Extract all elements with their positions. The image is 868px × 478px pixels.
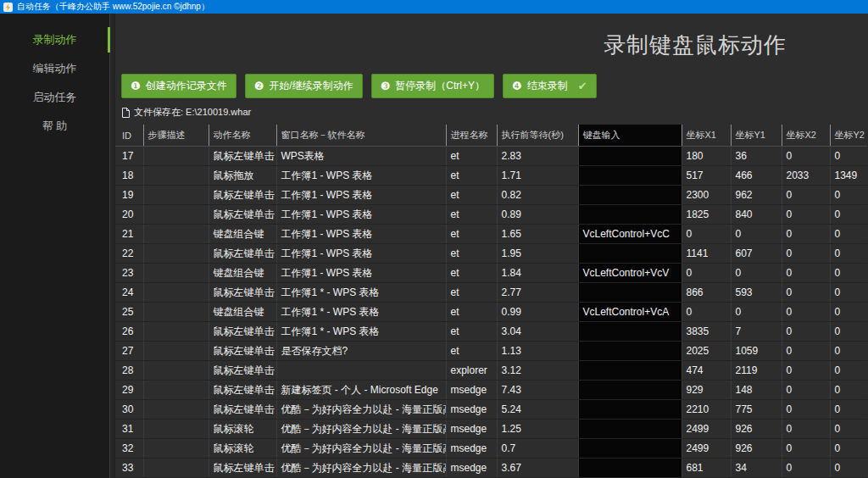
table-column-header[interactable]: 步骤描述 bbox=[143, 125, 209, 147]
table-cell: 2033 bbox=[782, 166, 830, 186]
table-cell: 0 bbox=[782, 400, 830, 420]
table-cell: 工作簿1 - WPS 表格 bbox=[276, 166, 446, 186]
table-cell: 0 bbox=[782, 186, 830, 205]
table-column-header[interactable]: 窗口名称－软件名称 bbox=[276, 125, 446, 147]
table-cell: 工作簿1 - WPS 表格 bbox=[276, 244, 446, 264]
table-cell: 鼠标左键单击 bbox=[209, 342, 276, 361]
table-cell: 1059 bbox=[731, 342, 782, 361]
table-column-header[interactable]: 执行前等待(秒) bbox=[497, 125, 578, 147]
table-row[interactable]: 23键盘组合键工作簿1 - WPS 表格et1.84VcLeftControl+… bbox=[115, 264, 867, 283]
create-record-file-button[interactable]: ❶ 创建动作记录文件 bbox=[121, 74, 236, 98]
pause-record-button[interactable]: ❸ 暂停录制（Ctrl+Y） bbox=[371, 74, 494, 98]
table-cell: 19 bbox=[115, 186, 143, 205]
button-label: 暂停录制（Ctrl+Y） bbox=[395, 79, 485, 93]
table-cell: 是否保存文档? bbox=[276, 342, 446, 361]
table-cell bbox=[276, 361, 446, 381]
table-cell: 0.7 bbox=[497, 439, 578, 459]
table-cell: et bbox=[446, 244, 497, 264]
table-row[interactable]: 29鼠标左键单击新建标签页 - 个人 - Microsoft Edgemsedg… bbox=[115, 381, 867, 400]
table-column-header[interactable]: 坐标X2 bbox=[782, 125, 830, 147]
table-cell: 鼠标左键单击 bbox=[209, 186, 276, 205]
table-cell: 607 bbox=[731, 244, 782, 264]
table-cell bbox=[578, 205, 682, 225]
table-cell: et bbox=[446, 342, 497, 361]
table-row[interactable]: 21键盘组合键工作簿1 - WPS 表格et1.65VcLeftControl+… bbox=[115, 225, 867, 244]
table-cell: 优酷－为好内容全力以赴 - 海量正版高 bbox=[276, 459, 446, 478]
titlebar: 自动任务（千峰办公助手 www.52pojie.cn ©jdhnp） bbox=[0, 0, 868, 14]
table-cell bbox=[578, 439, 682, 459]
table-row[interactable]: 31鼠标滚轮优酷－为好内容全力以赴 - 海量正版高msedge1.2524999… bbox=[115, 420, 867, 439]
table-cell: 2499 bbox=[682, 439, 731, 459]
table-cell: VcLeftControl+VcV bbox=[578, 264, 682, 283]
table-cell: 工作簿1 - WPS 表格 bbox=[276, 186, 446, 205]
table-row[interactable]: 28鼠标左键单击explorer3.12474211900 bbox=[115, 361, 867, 381]
table-cell bbox=[143, 147, 209, 166]
table-cell: 180 bbox=[682, 147, 731, 166]
table-cell: 681 bbox=[682, 459, 731, 478]
table-cell: 2300 bbox=[682, 186, 731, 205]
table-cell: 0 bbox=[782, 147, 830, 166]
sidebar: 录制动作 编辑动作 启动任务 帮 助 bbox=[0, 14, 110, 478]
table-cell: 21 bbox=[115, 225, 143, 244]
table-cell bbox=[578, 147, 682, 166]
table-row[interactable]: 17鼠标左键单击WPS表格et2.831803600 bbox=[115, 147, 867, 166]
table-cell: 1141 bbox=[682, 244, 731, 264]
table-cell bbox=[143, 264, 209, 283]
table-cell: 26 bbox=[115, 322, 143, 342]
table-row[interactable]: 27鼠标左键单击是否保存文档?et1.132025105900 bbox=[115, 342, 867, 361]
table-cell: 0 bbox=[782, 244, 830, 264]
table-cell bbox=[578, 381, 682, 400]
table-cell: 0 bbox=[682, 225, 731, 244]
table-row[interactable]: 30鼠标左键单击优酷－为好内容全力以赴 - 海量正版高msedge5.24221… bbox=[115, 400, 867, 420]
table-column-header[interactable]: 进程名称 bbox=[446, 125, 497, 147]
table-cell: 0.99 bbox=[497, 303, 578, 322]
table-column-header[interactable]: 动作名称 bbox=[209, 125, 276, 147]
table-row[interactable]: 22鼠标左键单击工作簿1 - WPS 表格et1.95114160700 bbox=[115, 244, 867, 264]
table-row[interactable]: 32鼠标滚轮优酷－为好内容全力以赴 - 海量正版高msedge0.7249992… bbox=[115, 439, 867, 459]
table-cell: et bbox=[446, 166, 497, 186]
table-column-header[interactable]: 坐标Y2 bbox=[830, 125, 867, 147]
table-cell: 36 bbox=[731, 147, 782, 166]
table-row[interactable]: 25键盘组合键工作簿1 * - WPS 表格et0.99VcLeftContro… bbox=[115, 303, 867, 322]
table-column-header[interactable]: 键盘输入 bbox=[578, 125, 682, 147]
table-cell: 0 bbox=[830, 225, 867, 244]
table-column-header[interactable]: ID bbox=[115, 125, 143, 147]
table-cell: 0 bbox=[782, 420, 830, 439]
table-cell: 0 bbox=[830, 205, 867, 225]
table-cell: 33 bbox=[115, 459, 143, 478]
table-row[interactable]: 18鼠标拖放工作簿1 - WPS 表格et1.7151746620331349 bbox=[115, 166, 867, 186]
table-cell bbox=[578, 420, 682, 439]
sidebar-item-help[interactable]: 帮 助 bbox=[0, 112, 109, 141]
stop-record-button[interactable]: ❹ 结束录制 ✔ bbox=[503, 74, 597, 98]
table-column-header[interactable]: 坐标X1 bbox=[682, 125, 731, 147]
sidebar-item-edit-action[interactable]: 编辑动作 bbox=[0, 54, 109, 83]
table-cell bbox=[143, 186, 209, 205]
table-column-header[interactable]: 坐标Y1 bbox=[731, 125, 782, 147]
table-row[interactable]: 33鼠标左键单击优酷－为好内容全力以赴 - 海量正版高msedge3.67681… bbox=[115, 459, 867, 478]
button-label: 创建动作记录文件 bbox=[146, 79, 227, 93]
table-cell: 17 bbox=[115, 147, 143, 166]
table-row[interactable]: 20鼠标左键单击工作簿1 - WPS 表格et0.89182584000 bbox=[115, 205, 867, 225]
table-cell: 0 bbox=[731, 225, 782, 244]
table-cell: 466 bbox=[731, 166, 782, 186]
table-cell: 3.67 bbox=[497, 459, 578, 478]
table-row[interactable]: 19鼠标左键单击工作簿1 - WPS 表格et0.82230096200 bbox=[115, 186, 867, 205]
sidebar-item-record-action[interactable]: 录制动作 bbox=[0, 25, 109, 54]
table-cell: 34 bbox=[731, 459, 782, 478]
table-cell: 0 bbox=[782, 264, 830, 283]
table-cell bbox=[578, 322, 682, 342]
table-cell: 926 bbox=[731, 439, 782, 459]
sidebar-item-start-task[interactable]: 启动任务 bbox=[0, 83, 109, 112]
table-cell: msedge bbox=[446, 420, 497, 439]
table-cell: 929 bbox=[682, 381, 731, 400]
table-cell bbox=[578, 166, 682, 186]
table-cell: 23 bbox=[115, 264, 143, 283]
table-cell: 1825 bbox=[682, 205, 731, 225]
table-cell: 0 bbox=[682, 303, 731, 322]
table-row[interactable]: 26鼠标左键单击工作簿1 * - WPS 表格et3.043835700 bbox=[115, 322, 867, 342]
start-continue-record-button[interactable]: ❷ 开始/继续录制动作 bbox=[245, 74, 363, 98]
table-cell: VcLeftControl+VcC bbox=[578, 225, 682, 244]
table-cell: 2.83 bbox=[497, 147, 578, 166]
table-row[interactable]: 24鼠标左键单击工作簿1 * - WPS 表格et2.7786659300 bbox=[115, 283, 867, 303]
table-cell: 1.95 bbox=[497, 244, 578, 264]
